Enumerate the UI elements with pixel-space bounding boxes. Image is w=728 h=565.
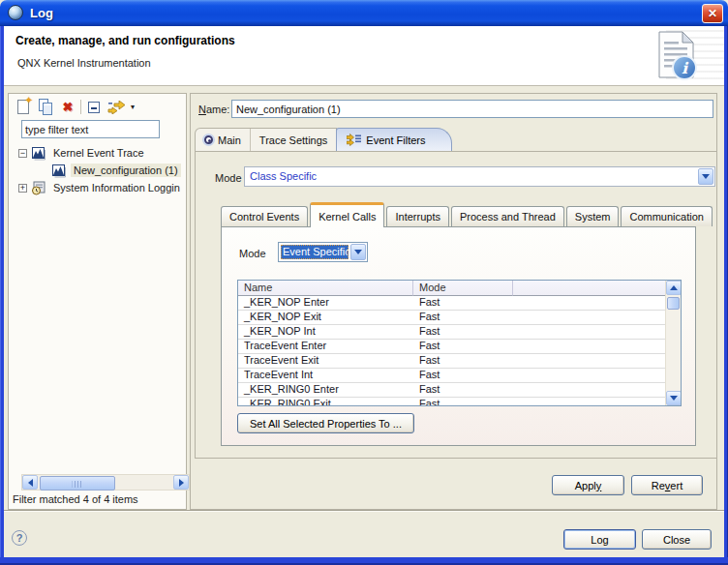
kernel-event-trace-icon <box>51 163 67 178</box>
column-header-mode[interactable]: Mode <box>413 281 513 296</box>
cell-blank <box>513 311 665 324</box>
close-icon[interactable]: ✕ <box>702 4 723 23</box>
tab-trace-settings[interactable]: Trace Settings <box>250 129 337 151</box>
mode-label: Mode <box>215 172 242 184</box>
cell-blank <box>513 354 665 368</box>
cell-name: _KER_NOP Enter <box>238 296 413 310</box>
delete-icon: ✖ <box>63 100 74 114</box>
help-icon[interactable]: ? <box>12 530 27 546</box>
filter-icon <box>107 101 127 114</box>
info-document-icon: i <box>654 30 699 82</box>
tree-item-label: System Information Loggin <box>50 181 183 194</box>
cell-blank <box>513 340 665 353</box>
table-row[interactable]: _KER_NOP Exit Fast <box>238 311 665 325</box>
tab-process-and-thread[interactable]: Process and Thread <box>451 206 564 226</box>
banner-title: Create, manage, and run configurations <box>15 34 235 47</box>
expand-expander-icon[interactable]: + <box>18 184 27 193</box>
tab-control-events[interactable]: Control Events <box>221 206 308 226</box>
tab-interrupts[interactable]: Interrupts <box>386 206 448 226</box>
revert-button[interactable]: Revert <box>631 475 703 495</box>
chevron-down-icon[interactable] <box>698 168 713 185</box>
column-header-blank[interactable] <box>513 281 665 296</box>
log-button[interactable]: Log <box>563 529 636 550</box>
duplicate-icon <box>38 99 53 115</box>
table-header: Name Mode <box>238 281 665 296</box>
scroll-up-icon[interactable] <box>666 281 682 295</box>
scrollbar-thumb[interactable] <box>40 476 115 491</box>
tab-event-filters[interactable]: Event Filters <box>336 128 451 151</box>
cell-name: _KER_NOP Exit <box>238 311 413 324</box>
cell-mode: Fast <box>413 398 513 405</box>
kernel-mode-combobox[interactable]: Event Specific <box>278 242 368 262</box>
set-all-selected-properties-button[interactable]: Set All Selected Properties To ... <box>237 413 414 433</box>
mode-combobox[interactable]: Class Specific <box>244 166 715 187</box>
event-class-tabs: Control Events Kernel Calls Interrupts P… <box>221 201 714 226</box>
configurations-tree: − Kernel Event Trace New_configuration (… <box>13 144 185 202</box>
sidebar-horizontal-scrollbar[interactable] <box>21 474 190 491</box>
table-body: _KER_NOP Enter Fast _KER_NOP Exit Fast <box>238 296 665 405</box>
table-row[interactable]: _KER_RING0 Enter Fast <box>238 383 665 398</box>
kernel-mode-value: Event Specific <box>281 245 349 259</box>
app-icon <box>8 5 23 20</box>
event-filters-tab-icon <box>347 134 361 146</box>
kernel-calls-panel: Mode Event Specific Name Mode <box>221 226 696 446</box>
cell-blank <box>513 296 665 310</box>
new-configuration-icon: ✦ <box>17 100 29 114</box>
apply-button[interactable]: Apply <box>552 475 624 495</box>
tab-system[interactable]: System <box>566 206 620 226</box>
chevron-down-icon[interactable] <box>350 244 366 260</box>
filter-button[interactable] <box>106 98 129 116</box>
column-header-name[interactable]: Name <box>238 281 413 296</box>
cell-name: _KER_RING0 Exit <box>238 398 413 405</box>
table-row[interactable]: TraceEvent Exit Fast <box>238 354 665 369</box>
close-button[interactable]: Close <box>642 529 712 550</box>
table-row[interactable]: TraceEvent Int Fast <box>238 369 665 383</box>
configuration-tabs: Main Trace Settings Event Filters <box>195 128 452 151</box>
cell-name: TraceEvent Enter <box>238 340 413 353</box>
delete-configuration-button[interactable]: ✖ <box>58 98 77 116</box>
cell-blank <box>513 398 665 405</box>
title-bar[interactable]: Log ✕ <box>0 0 728 26</box>
table-vertical-scrollbar[interactable] <box>665 281 681 405</box>
cell-blank <box>513 383 665 397</box>
toolbar-separator <box>80 100 81 114</box>
new-configuration-button[interactable]: ✦ <box>14 98 33 116</box>
collapse-all-button[interactable] <box>84 98 104 116</box>
scrollbar-thumb[interactable] <box>667 297 680 310</box>
table-row[interactable]: TraceEvent Enter Fast <box>238 340 665 354</box>
main-tab-icon <box>204 135 213 144</box>
cell-name: TraceEvent Exit <box>238 354 413 368</box>
table-row[interactable]: _KER_RING0 Exit Fast <box>238 398 665 405</box>
tree-item-kernel-event-trace[interactable]: − Kernel Event Trace <box>18 144 147 162</box>
tab-label: Trace Settings <box>259 134 328 146</box>
kernel-event-trace-icon <box>31 145 46 161</box>
cell-blank <box>513 325 665 339</box>
tree-item-new-configuration[interactable]: New_configuration (1) <box>51 162 181 179</box>
filter-menu-dropdown[interactable]: ▾ <box>127 98 138 116</box>
cell-mode: Fast <box>413 325 513 339</box>
duplicate-configuration-button[interactable] <box>36 98 55 116</box>
name-input[interactable] <box>231 100 713 118</box>
cell-mode: Fast <box>413 354 513 368</box>
scroll-left-icon[interactable] <box>22 475 38 490</box>
tree-item-system-information[interactable]: + System Information Loggin <box>18 179 183 196</box>
cell-name: _KER_NOP Int <box>238 325 413 339</box>
scroll-right-icon[interactable] <box>173 475 189 490</box>
collapse-expander-icon[interactable]: − <box>18 149 27 158</box>
scroll-down-icon[interactable] <box>666 391 682 405</box>
kernel-mode-label: Mode <box>239 248 266 259</box>
window-border-right <box>724 26 728 557</box>
cell-name: TraceEvent Int <box>238 369 413 382</box>
collapse-all-icon <box>88 102 100 113</box>
table-row[interactable]: _KER_NOP Int Fast <box>238 325 665 340</box>
filter-input[interactable] <box>21 120 160 138</box>
tree-item-label: Kernel Event Trace <box>50 146 147 160</box>
tab-kernel-calls[interactable]: Kernel Calls <box>310 202 384 227</box>
tab-communication[interactable]: Communication <box>621 206 712 226</box>
tab-label: Event Filters <box>366 134 425 146</box>
tab-main[interactable]: Main <box>196 129 250 151</box>
configurations-sidebar: ✦ ✖ ▾ − <box>8 93 187 510</box>
tree-item-label-selected: New_configuration (1) <box>71 164 181 177</box>
mode-value: Class Specific <box>250 170 317 182</box>
table-row[interactable]: _KER_NOP Enter Fast <box>238 296 665 311</box>
